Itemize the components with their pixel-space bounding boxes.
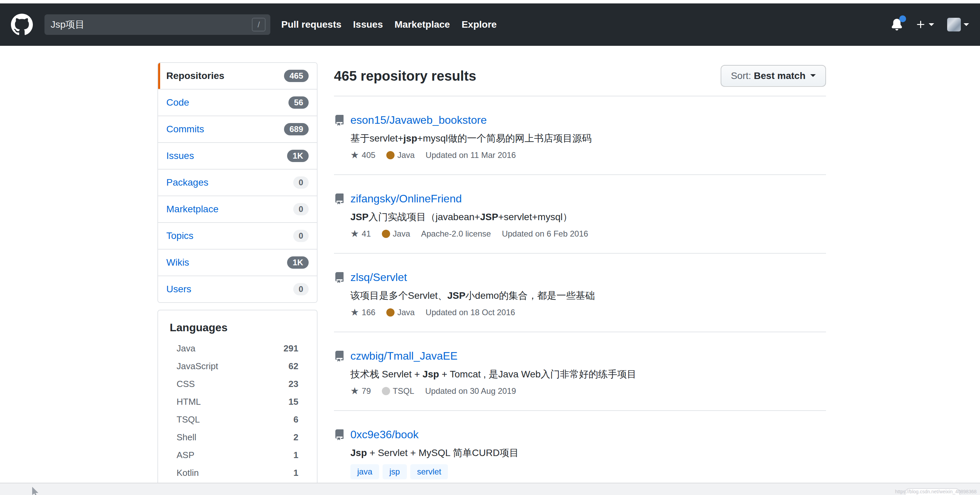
sidebar-item-topics[interactable]: Topics0 — [158, 222, 317, 249]
sidebar-item-label: Users — [166, 283, 191, 295]
repo-body: czwbig/Tmall_JavaEE技术栈 Servlet + Jsp + T… — [350, 349, 826, 397]
repo-result: eson15/Javaweb_bookstore基于servlet+jsp+my… — [334, 97, 826, 175]
avatar — [947, 18, 961, 32]
chevron-down-icon — [810, 74, 816, 80]
bottom-strip: https://blog.csdn.net/weixin_40898368 — [0, 483, 980, 495]
sidebar-item-label: Code — [166, 97, 189, 109]
sort-selected-value: Best match — [754, 70, 805, 81]
repo-title: eson15/Javaweb_bookstore — [350, 113, 826, 127]
repo-result: 0xc9e36/bookJsp + Servlet + MySQL 简单CURD… — [334, 410, 826, 495]
repo-icon — [334, 115, 345, 126]
search-results: 465 repository results Sort: Best match … — [334, 62, 826, 495]
create-new-button[interactable] — [916, 19, 934, 30]
search-input[interactable] — [51, 19, 252, 30]
sidebar-item-label: Wikis — [166, 256, 189, 269]
sidebar-item-packages[interactable]: Packages0 — [158, 169, 317, 195]
repo-icon — [334, 351, 345, 362]
repo-result: zifangsky/OnlineFriendJSP入门实战项目（javabean… — [334, 175, 826, 253]
language-count: 62 — [288, 360, 298, 372]
language-name: Shell — [177, 431, 196, 443]
star-count[interactable]: ★166 — [350, 307, 375, 318]
result-count-badge: 1K — [287, 256, 309, 269]
highlighted-term: jsp — [403, 133, 417, 144]
sidebar-item-marketplace[interactable]: Marketplace0 — [158, 195, 317, 222]
sidebar-item-commits[interactable]: Commits689 — [158, 116, 317, 142]
language-name: HTML — [177, 395, 201, 408]
header-nav-item-issues[interactable]: Issues — [353, 19, 383, 30]
language-name: Kotlin — [177, 466, 199, 479]
topic-tag-jsp[interactable]: jsp — [383, 464, 407, 479]
star-count[interactable]: ★79 — [350, 386, 371, 397]
sidebar-item-repositories[interactable]: Repositories465 — [158, 63, 317, 89]
sidebar-item-wikis[interactable]: Wikis1K — [158, 249, 317, 276]
result-count-badge: 1K — [287, 150, 309, 162]
topic-tag-servlet[interactable]: servlet — [410, 464, 448, 479]
repo-result: zlsq/Servlet该项目是多个Servlet、JSP小demo的集合，都是… — [334, 253, 826, 332]
language-filter-css[interactable]: CSS23 — [158, 375, 317, 393]
repo-link[interactable]: czwbig/Tmall_JavaEE — [350, 350, 458, 362]
sort-prefix-label: Sort: — [731, 70, 751, 81]
language-name: TSQL — [177, 413, 200, 425]
sidebar-item-label: Topics — [166, 230, 193, 242]
header-nav: Pull requestsIssuesMarketplaceExplore — [281, 19, 497, 30]
repo-link[interactable]: zifangsky/OnlineFriend — [350, 192, 461, 205]
repo-link[interactable]: 0xc9e36/book — [350, 428, 418, 441]
repo-description: 该项目是多个Servlet、JSP小demo的集合，都是一些基础 — [350, 289, 826, 303]
sidebar-item-label: Packages — [166, 176, 208, 189]
github-search-page: { "header": { "search": { "value": "Jsp项… — [0, 0, 980, 495]
language-filter-shell[interactable]: Shell2 — [158, 428, 317, 446]
topic-tag-java[interactable]: java — [350, 464, 379, 479]
chevron-down-icon — [964, 23, 969, 29]
repo-link[interactable]: zlsq/Servlet — [350, 271, 407, 283]
repo-description: 技术栈 Servlet + Jsp + Tomcat , 是Java Web入门… — [350, 367, 826, 381]
language-color-dot — [382, 230, 390, 238]
notifications-button[interactable] — [891, 19, 903, 30]
language-name: JavaScript — [177, 360, 218, 372]
language-count: 2 — [294, 431, 298, 443]
result-count-badge: 0 — [293, 230, 309, 242]
language-filter-html[interactable]: HTML15 — [158, 393, 317, 411]
header-nav-item-marketplace[interactable]: Marketplace — [395, 19, 450, 30]
repo-title: czwbig/Tmall_JavaEE — [350, 349, 826, 363]
slash-shortcut-hint: / — [252, 18, 266, 32]
sort-button[interactable]: Sort: Best match — [721, 65, 826, 87]
notification-dot — [899, 15, 906, 22]
sidebar-item-label: Marketplace — [166, 203, 219, 215]
sidebar-item-users[interactable]: Users0 — [158, 276, 317, 302]
user-menu-button[interactable] — [947, 18, 969, 32]
repo-language: Java — [386, 307, 415, 318]
language-filter-java[interactable]: Java291 — [158, 340, 317, 357]
header-search-box[interactable]: / — [45, 14, 270, 35]
languages-card: Languages Java291JavaScript62CSS23HTML15… — [158, 310, 318, 489]
sidebar-item-label: Issues — [166, 150, 194, 162]
repo-meta: ★41JavaApache-2.0 licenseUpdated on 6 Fe… — [350, 228, 826, 239]
repo-meta: ★166JavaUpdated on 18 Oct 2016 — [350, 307, 826, 318]
chevron-down-icon — [929, 23, 934, 29]
star-count[interactable]: ★405 — [350, 150, 375, 161]
repo-icon — [334, 194, 345, 205]
star-count[interactable]: ★41 — [350, 228, 371, 239]
search-sidebar: Repositories465Code56Commits689Issues1KP… — [158, 62, 318, 489]
star-icon: ★ — [350, 229, 359, 239]
repo-link[interactable]: eson15/Javaweb_bookstore — [350, 114, 487, 126]
result-count-badge: 0 — [293, 283, 309, 295]
header-nav-item-pull-requests[interactable]: Pull requests — [281, 19, 342, 30]
star-icon: ★ — [350, 151, 359, 160]
github-logo-icon[interactable] — [11, 14, 33, 36]
repo-meta: ★79TSQLUpdated on 30 Aug 2019 — [350, 386, 826, 397]
sidebar-item-issues[interactable]: Issues1K — [158, 142, 317, 169]
repo-title: zifangsky/OnlineFriend — [350, 192, 826, 206]
language-filter-javascript[interactable]: JavaScript62 — [158, 357, 317, 375]
highlighted-term: Jsp — [423, 369, 439, 379]
repo-icon — [334, 272, 345, 283]
language-count: 6 — [294, 413, 298, 425]
github-header: / Pull requestsIssuesMarketplaceExplore — [0, 3, 980, 46]
result-count-badge: 689 — [284, 123, 309, 135]
languages-list: Java291JavaScript62CSS23HTML15TSQL6Shell… — [158, 340, 317, 482]
language-filter-asp[interactable]: ASP1 — [158, 446, 317, 464]
header-nav-item-explore[interactable]: Explore — [461, 19, 497, 30]
language-count: 1 — [294, 466, 298, 479]
language-filter-kotlin[interactable]: Kotlin1 — [158, 464, 317, 482]
sidebar-item-code[interactable]: Code56 — [158, 89, 317, 116]
language-filter-tsql[interactable]: TSQL6 — [158, 411, 317, 428]
